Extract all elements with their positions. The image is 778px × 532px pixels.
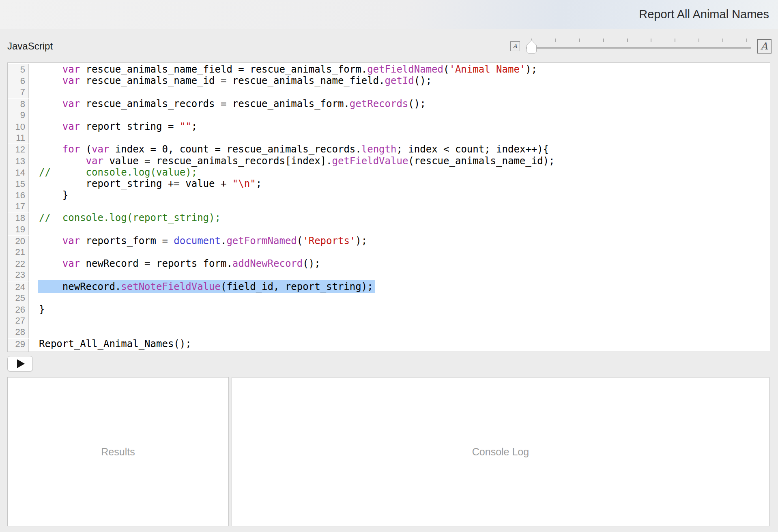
slider-tick: [627, 39, 628, 42]
small-font-icon: A: [510, 41, 520, 51]
run-button[interactable]: [7, 356, 33, 371]
code-line: 15 report_string += value + "\n";: [8, 178, 770, 189]
code-line: 12 for (var index = 0, count = rescue_an…: [8, 144, 770, 155]
toolbar: JavaScript A A: [0, 30, 778, 62]
slider-tick: [722, 39, 723, 42]
code-line-text: }: [29, 304, 45, 315]
code-line-text: Report_All_Animal_Names();: [29, 338, 191, 350]
code-line-text: var rescue_animals_name_id = rescue_anim…: [29, 75, 432, 86]
code-line: 16 }: [8, 189, 770, 201]
code-line: 19: [8, 224, 770, 235]
code-line: 11: [8, 132, 770, 144]
results-panel[interactable]: Results: [7, 377, 229, 526]
code-line: 9: [8, 109, 770, 121]
line-number: 5: [8, 64, 29, 75]
line-number: 12: [8, 144, 29, 155]
slider-tick: [746, 39, 747, 42]
line-number: 28: [8, 326, 29, 338]
code-editor[interactable]: 5 var rescue_animals_name_field = rescue…: [7, 62, 770, 352]
line-number: 15: [8, 178, 29, 190]
code-line: 24 newRecord.setNoteFieldValue(field_id,…: [8, 281, 770, 292]
code-line-text: var newRecord = reports_form.addNewRecor…: [29, 258, 320, 269]
code-line-text: var report_string = "";: [29, 121, 197, 132]
code-line-text: }: [29, 189, 68, 201]
slider-track[interactable]: [526, 47, 751, 49]
code-line: 27: [8, 315, 770, 326]
line-number: 9: [8, 109, 29, 121]
line-number: 25: [8, 292, 29, 304]
code-line: 22 var newRecord = reports_form.addNewRe…: [8, 258, 770, 269]
slider-tick: [555, 39, 556, 42]
slider-tick: [651, 39, 651, 42]
slider-tick: [675, 39, 675, 42]
language-label: JavaScript: [7, 41, 53, 52]
line-number: 17: [8, 201, 29, 212]
code-line-text: // console.log(value);: [29, 167, 197, 178]
font-size-slider[interactable]: [525, 38, 752, 54]
line-number: 19: [8, 224, 29, 235]
line-number: 6: [8, 75, 29, 87]
line-number: 18: [8, 212, 29, 224]
console-log-panel[interactable]: Console Log: [232, 377, 769, 526]
line-number: 20: [8, 236, 29, 247]
code-line-text: for (var index = 0, count = rescue_anima…: [29, 144, 549, 155]
line-number: 8: [8, 99, 29, 110]
line-number: 14: [8, 167, 29, 178]
code-line: 5 var rescue_animals_name_field = rescue…: [8, 64, 770, 75]
code-line-text: var rescue_animals_records = rescue_anim…: [29, 98, 426, 109]
code-line: 28: [8, 326, 770, 338]
line-number: 24: [8, 281, 29, 293]
code-line-text: var rescue_animals_name_field = rescue_a…: [29, 64, 537, 75]
code-line-text: // console.log(report_string);: [29, 212, 221, 223]
slider-thumb[interactable]: [526, 40, 537, 54]
slider-tick: [603, 39, 604, 42]
code-line-text: newRecord.setNoteFieldValue(field_id, re…: [29, 281, 375, 292]
large-font-icon: A: [757, 39, 772, 54]
slider-tick: [698, 39, 699, 42]
script-editor-window: Report All Animal Names JavaScript A A 5…: [0, 0, 778, 532]
code-line: 14// console.log(value);: [8, 167, 770, 178]
code-line: 26}: [8, 304, 770, 315]
code-line: 29Report_All_Animal_Names();: [8, 338, 770, 350]
small-font-glyph: A: [513, 43, 517, 49]
line-number: 22: [8, 258, 29, 270]
code-line: 21: [8, 247, 770, 258]
code-line-text: report_string += value + "\n";: [29, 178, 262, 189]
code-line: 18// console.log(report_string);: [8, 212, 770, 223]
code-line: 7: [8, 86, 770, 98]
code-line-text: var value = rescue_animals_records[index…: [29, 155, 555, 167]
font-size-control: A A: [510, 38, 772, 54]
code-line: 25: [8, 292, 770, 304]
slider-tick: [579, 39, 580, 42]
line-number: 11: [8, 132, 29, 144]
code-line: 8 var rescue_animals_records = rescue_an…: [8, 98, 770, 109]
line-number: 27: [8, 315, 29, 326]
line-number: 29: [8, 339, 29, 350]
code-line: 10 var report_string = "";: [8, 121, 770, 132]
slider-ticks: [531, 39, 747, 42]
line-number: 30: [8, 350, 29, 352]
code-line-text: var reports_form = document.getFormNamed…: [29, 235, 367, 247]
code-line: 17: [8, 201, 770, 212]
line-number: 7: [8, 86, 29, 98]
console-log-placeholder: Console Log: [472, 446, 529, 458]
line-number: 26: [8, 304, 29, 315]
selected-code: newRecord.setNoteFieldValue(field_id, re…: [38, 280, 375, 293]
line-number: 16: [8, 190, 29, 201]
code-line: 23: [8, 269, 770, 281]
line-number: 23: [8, 269, 29, 281]
window-title: Report All Animal Names: [639, 0, 769, 28]
line-number: 13: [8, 156, 29, 167]
line-number: 10: [8, 121, 29, 133]
large-font-glyph: A: [761, 41, 767, 52]
code-lines: 5 var rescue_animals_name_field = rescue…: [8, 64, 770, 352]
title-bar: Report All Animal Names: [0, 0, 778, 29]
line-number: 21: [8, 247, 29, 258]
code-line: 6 var rescue_animals_name_id = rescue_an…: [8, 75, 770, 86]
results-placeholder: Results: [101, 446, 135, 458]
code-line: 13 var value = rescue_animals_records[in…: [8, 155, 770, 167]
code-line: 30: [8, 350, 770, 352]
play-icon: [17, 359, 25, 368]
code-line: 20 var reports_form = document.getFormNa…: [8, 235, 770, 247]
